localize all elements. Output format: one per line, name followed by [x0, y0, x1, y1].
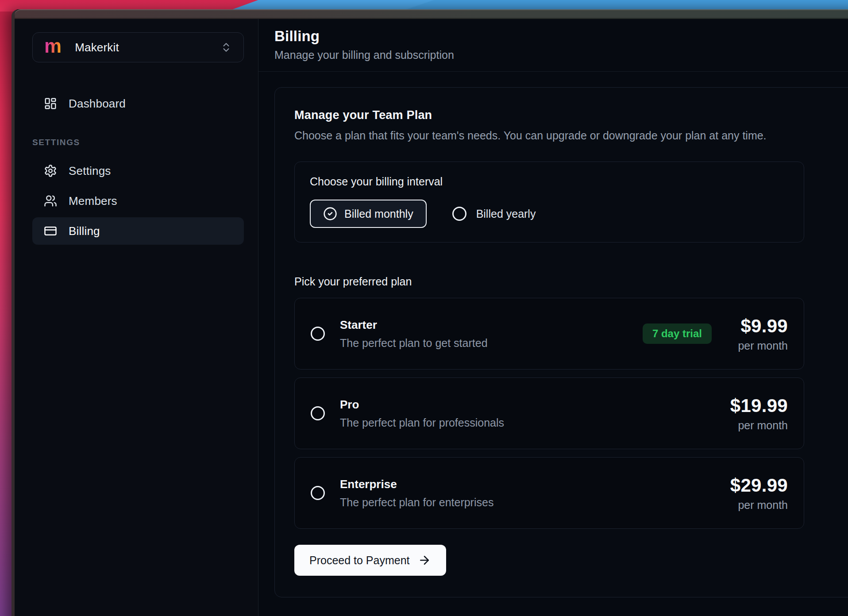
billed-monthly-label: Billed monthly	[344, 208, 413, 220]
plan-row-starter[interactable]: Starter The perfect plan to get started …	[294, 298, 804, 370]
main-content: Billing Manage your billing and subscrip…	[258, 19, 848, 616]
billing-interval-box: Choose your billing interval Billed mont…	[294, 162, 804, 243]
workspace-selector[interactable]: m Makerkit	[32, 32, 244, 62]
plan-period: per month	[730, 339, 788, 352]
sidebar-nav: Dashboard SETTINGS Settings Members	[32, 90, 244, 245]
sidebar-item-label: Settings	[69, 164, 111, 178]
plan-name: Pro	[340, 398, 504, 412]
sidebar-item-label: Billing	[69, 224, 100, 238]
sidebar-item-billing[interactable]: Billing	[32, 217, 244, 245]
page-header: Billing Manage your billing and subscrip…	[258, 19, 848, 62]
users-icon	[44, 194, 57, 208]
price-block: $19.99 per month	[730, 395, 788, 432]
makerkit-logo: m	[44, 36, 62, 56]
plan-radio[interactable]	[311, 486, 325, 500]
plan-info: Pro The perfect plan for professionals	[340, 398, 504, 429]
price-block: $29.99 per month	[730, 475, 788, 512]
sidebar-item-label: Members	[69, 194, 117, 208]
plan-name: Starter	[340, 318, 488, 332]
dashboard-icon	[44, 97, 57, 110]
sidebar: m Makerkit Dashboard SETTINGS	[15, 19, 258, 616]
plan-price: $19.99	[730, 395, 788, 416]
sidebar-item-dashboard[interactable]: Dashboard	[32, 90, 244, 117]
sidebar-section-label: SETTINGS	[32, 138, 244, 147]
page-subtitle: Manage your billing and subscription	[274, 49, 848, 62]
price-block: $9.99 per month	[730, 316, 788, 352]
arrow-right-icon	[418, 554, 431, 567]
circle-check-icon	[323, 207, 337, 221]
card-title: Manage your Team Plan	[294, 108, 848, 122]
plan-radio[interactable]	[311, 327, 325, 341]
plan-price: $9.99	[730, 316, 788, 337]
header-divider	[258, 71, 848, 72]
plan-row-pro[interactable]: Pro The perfect plan for professionals $…	[294, 377, 804, 449]
sidebar-item-label: Dashboard	[69, 97, 126, 111]
billed-monthly-option[interactable]: Billed monthly	[310, 200, 427, 228]
plan-info: Enterprise The perfect plan for enterpri…	[340, 477, 493, 509]
plan-description: The perfect plan to get started	[340, 337, 488, 350]
card-description: Choose a plan that fits your team's need…	[294, 129, 848, 142]
plans-label: Pick your preferred plan	[294, 275, 848, 288]
window-body: m Makerkit Dashboard SETTINGS	[15, 19, 848, 616]
app-window: m Makerkit Dashboard SETTINGS	[12, 9, 848, 616]
proceed-to-payment-button[interactable]: Proceed to Payment	[294, 545, 446, 576]
billing-interval-label: Choose your billing interval	[310, 175, 789, 188]
plan-name: Enterprise	[340, 477, 493, 491]
team-plan-card: Manage your Team Plan Choose a plan that…	[274, 87, 848, 597]
billed-yearly-label: Billed yearly	[476, 208, 536, 220]
workspace-name: Makerkit	[75, 41, 119, 54]
gear-icon	[44, 164, 57, 177]
page-title: Billing	[274, 28, 848, 45]
sidebar-item-members[interactable]: Members	[32, 187, 244, 215]
plan-right: $19.99 per month	[730, 395, 788, 432]
plan-description: The perfect plan for enterprises	[340, 496, 493, 509]
sidebar-item-settings[interactable]: Settings	[32, 157, 244, 185]
radio-circle-icon	[452, 207, 466, 221]
trial-badge: 7 day trial	[643, 323, 712, 344]
billed-yearly-option[interactable]: Billed yearly	[452, 207, 536, 221]
proceed-label: Proceed to Payment	[309, 554, 410, 567]
billing-interval-options: Billed monthly Billed yearly	[310, 200, 789, 228]
plan-info: Starter The perfect plan to get started	[340, 318, 488, 350]
plan-period: per month	[730, 419, 788, 432]
plan-radio[interactable]	[311, 406, 325, 420]
window-titlebar[interactable]	[15, 9, 848, 19]
plan-right: 7 day trial $9.99 per month	[643, 316, 788, 352]
plan-period: per month	[730, 499, 788, 512]
plan-price: $29.99	[730, 475, 788, 496]
plan-row-enterprise[interactable]: Enterprise The perfect plan for enterpri…	[294, 457, 804, 529]
credit-card-icon	[44, 224, 57, 238]
chevrons-up-down-icon	[220, 42, 232, 53]
plan-right: $29.99 per month	[730, 475, 788, 512]
screen: m Makerkit Dashboard SETTINGS	[0, 0, 848, 616]
plan-description: The perfect plan for professionals	[340, 416, 504, 429]
